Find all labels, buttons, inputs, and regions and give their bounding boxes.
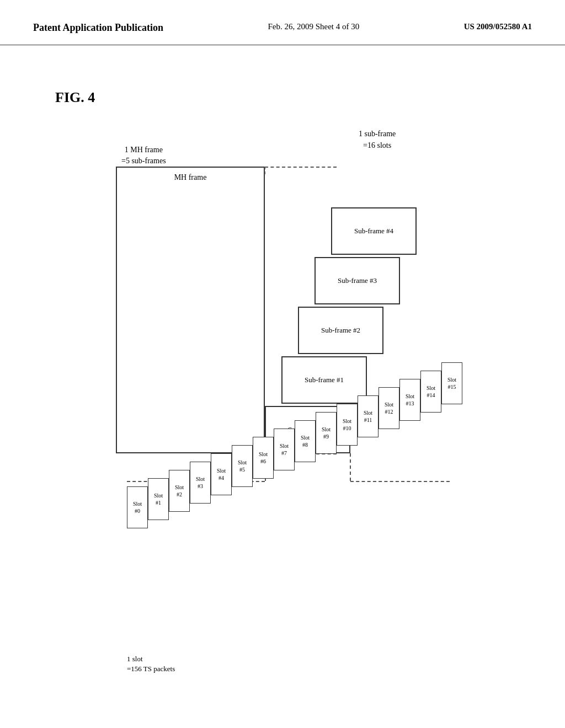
publication-date-sheet: Feb. 26, 2009 Sheet 4 of 30 <box>268 22 359 31</box>
slot-dashed-horiz-right <box>350 481 450 482</box>
slot-7: Slot #7 <box>274 429 295 470</box>
slot-5: Slot #5 <box>232 445 253 487</box>
slot-2: Slot #2 <box>169 470 190 512</box>
figure-label: FIG. 4 <box>55 89 95 106</box>
slot-12: Slot #12 <box>379 387 399 429</box>
slot-4: Slot #4 <box>211 453 232 495</box>
mh-frame-line1: 1 MH frame <box>121 144 166 156</box>
subframe-line1: 1 sub-frame <box>359 128 396 140</box>
slot-dashed-right <box>350 453 351 481</box>
publication-number: US 2009/052580 A1 <box>464 22 532 31</box>
subframe-4-box: Sub-frame #4 <box>331 207 417 255</box>
mh-frame-line2: =5 sub-frames <box>121 156 166 167</box>
subframe-line2: =16 slots <box>359 140 396 151</box>
slot-1: Slot #1 <box>148 478 169 520</box>
dashed-horiz-top <box>265 167 337 168</box>
subframe-annotation: 1 sub-frame =16 slots <box>359 128 396 151</box>
dashed-vert-top <box>264 167 265 174</box>
slot-note: 1 slot =156 TS packets <box>127 654 175 674</box>
slot-0: Slot #0 <box>127 486 148 528</box>
subframe-2-box: Sub-frame #2 <box>298 307 383 354</box>
mh-frame-annotation: 1 MH frame =5 sub-frames <box>121 144 166 166</box>
slot-6: Slot #6 <box>253 437 274 479</box>
slot-15: Slot #15 <box>441 362 462 404</box>
slot-note-line1: 1 slot <box>127 654 175 664</box>
slot-3: Slot #3 <box>190 462 211 504</box>
publication-title: Patent Application Publication <box>33 22 163 34</box>
mh-frame-box-label: MH frame <box>174 173 207 182</box>
subframe-1-box: Sub-frame #1 <box>281 356 367 404</box>
slot-13: Slot #13 <box>399 379 420 421</box>
subframe-3-box: Sub-frame #3 <box>315 257 400 304</box>
figure-content: FIG. 4 1 MH frame =5 sub-frames MH frame… <box>0 45 565 718</box>
slot-11: Slot #11 <box>358 395 379 437</box>
slot-10: Slot #10 <box>337 404 358 446</box>
slot-14: Slot #14 <box>420 371 441 413</box>
slot-9: Slot #9 <box>316 412 337 454</box>
slot-note-line2: =156 TS packets <box>127 664 175 674</box>
page-header: Patent Application Publication Feb. 26, … <box>0 0 565 45</box>
slot-8: Slot #8 <box>295 420 316 462</box>
mh-frame-box: MH frame <box>116 167 265 453</box>
